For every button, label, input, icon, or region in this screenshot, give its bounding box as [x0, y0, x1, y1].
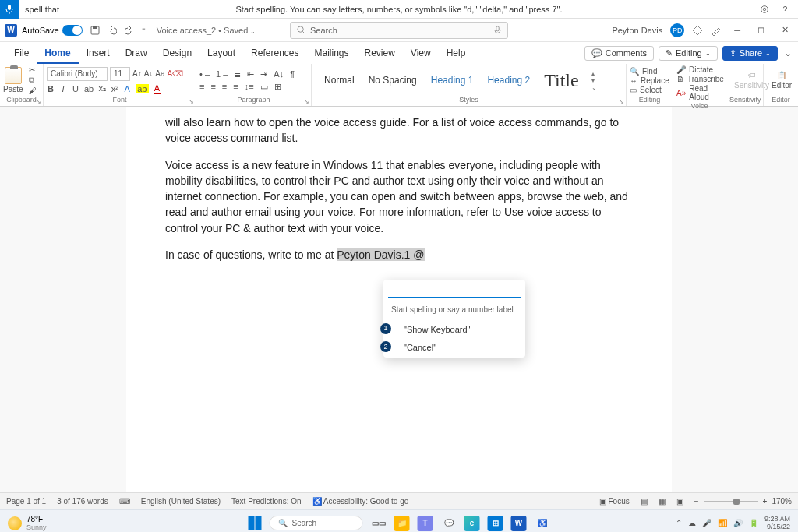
taskbar-weather[interactable]: 78°F Sunny — [8, 515, 47, 531]
status-accessibility[interactable]: ♿ Accessibility: Good to go — [312, 497, 409, 506]
pen-icon[interactable] — [711, 25, 722, 36]
user-name[interactable]: Peyton Davis — [612, 26, 662, 35]
tab-home[interactable]: Home — [37, 42, 78, 64]
replace-button[interactable]: ↔Replace — [630, 76, 669, 85]
tray-chevron-icon[interactable]: ⌃ — [676, 519, 682, 527]
tab-insert[interactable]: Insert — [79, 42, 118, 64]
style-heading1[interactable]: Heading 1 — [431, 75, 474, 86]
zoom-out-icon[interactable]: − — [694, 497, 699, 506]
tray-wifi-icon[interactable]: 📶 — [718, 519, 727, 527]
view-print-icon[interactable]: ▤ — [641, 497, 648, 506]
paragraph-dialog-icon[interactable]: ↘ — [304, 98, 309, 105]
explorer-icon[interactable]: 📁 — [394, 516, 410, 531]
tray-volume-icon[interactable]: 🔊 — [733, 519, 743, 527]
tab-design[interactable]: Design — [155, 42, 200, 64]
font-color-icon[interactable]: A — [154, 83, 161, 94]
view-web-icon[interactable]: ▣ — [676, 497, 683, 506]
tray-onedrive-icon[interactable]: ☁ — [688, 519, 696, 527]
mic-icon[interactable] — [0, 0, 19, 19]
zoom-control[interactable]: − + 170% — [694, 497, 792, 506]
copy-icon[interactable]: ⧉ — [29, 76, 37, 85]
focus-button[interactable]: ▣ Focus — [599, 497, 630, 506]
zoom-slider[interactable] — [704, 501, 758, 502]
task-view-icon[interactable]: ▭▭ — [371, 516, 387, 531]
accessibility-taskbar-icon[interactable]: ♿ — [535, 516, 550, 531]
dictate-button[interactable]: 🎤Dictate — [676, 65, 724, 74]
view-read-icon[interactable]: ▦ — [659, 497, 666, 506]
settings-gear-icon[interactable] — [759, 4, 770, 15]
styles-scroll[interactable]: ▴▾⌄ — [591, 70, 597, 91]
tray-battery-icon[interactable]: 🔋 — [749, 519, 758, 527]
redo-icon[interactable] — [125, 26, 134, 35]
increase-indent-icon[interactable]: ⇥ — [260, 69, 267, 79]
format-painter-icon[interactable]: 🖌 — [29, 86, 37, 95]
subscript-button[interactable]: x₂ — [98, 83, 106, 93]
style-no-spacing[interactable]: No Spacing — [369, 75, 417, 86]
paste-button[interactable]: Paste — [3, 67, 23, 93]
editor-button[interactable]: 📋 Editor — [767, 71, 796, 90]
document-page[interactable]: will also learn how to open the voice ac… — [126, 107, 672, 492]
tab-review[interactable]: Review — [357, 42, 403, 64]
font-dialog-icon[interactable]: ↘ — [189, 98, 194, 105]
find-button[interactable]: 🔍Find — [630, 67, 669, 76]
tab-view[interactable]: View — [403, 42, 439, 64]
tab-draw[interactable]: Draw — [118, 42, 155, 64]
cut-icon[interactable]: ✂ — [29, 65, 37, 74]
tray-mic-icon[interactable]: 🎤 — [702, 519, 711, 527]
help-icon[interactable]: ? — [779, 4, 790, 15]
start-button[interactable] — [249, 516, 262, 530]
word-taskbar-icon[interactable]: W — [511, 516, 527, 531]
document-name[interactable]: Voice access_2 • Saved ⌄ — [157, 26, 256, 35]
taskbar-search[interactable]: 🔍 Search — [270, 516, 363, 530]
bullets-icon[interactable]: • – — [200, 69, 210, 79]
font-name-combo[interactable]: Calibri (Body) — [47, 67, 108, 81]
superscript-button[interactable]: x² — [111, 84, 118, 93]
font-size-combo[interactable]: 11 — [110, 67, 130, 81]
numbering-icon[interactable]: 1 – — [216, 69, 228, 79]
status-words[interactable]: 3 of 176 words — [57, 497, 108, 506]
collapse-ribbon-icon[interactable]: ⌄ — [784, 48, 792, 58]
justify-icon[interactable]: ≡ — [233, 82, 238, 92]
underline-button[interactable]: U — [72, 84, 79, 93]
chat-icon[interactable]: 💬 — [441, 516, 457, 531]
tab-help[interactable]: Help — [439, 42, 474, 64]
show-marks-icon[interactable]: ¶ — [290, 69, 295, 79]
text-effects-icon[interactable]: A — [123, 84, 131, 93]
status-language[interactable]: English (United States) — [141, 497, 221, 506]
zoom-value[interactable]: 170% — [772, 497, 792, 506]
tab-references[interactable]: References — [243, 42, 306, 64]
status-page[interactable]: Page 1 of 1 — [6, 497, 46, 506]
align-right-icon[interactable]: ≡ — [222, 82, 227, 92]
voice-spell-input[interactable] — [388, 284, 521, 298]
comments-button[interactable]: 💬Comments — [584, 46, 654, 61]
highlight-icon[interactable]: ab — [136, 84, 148, 93]
grow-font-icon[interactable]: A↑ — [132, 69, 142, 78]
edge-icon[interactable]: e — [464, 516, 480, 531]
shading-icon[interactable]: ▭ — [260, 82, 268, 92]
clear-format-icon[interactable]: A⌫ — [168, 69, 184, 78]
teams-icon[interactable]: T — [418, 516, 433, 531]
close-button[interactable]: ✕ — [777, 25, 793, 35]
italic-button[interactable]: I — [59, 84, 67, 93]
voice-option-cancel[interactable]: 2 "Cancel" — [383, 339, 525, 358]
style-normal[interactable]: Normal — [324, 75, 355, 86]
zoom-in-icon[interactable]: + — [763, 497, 768, 506]
read-aloud-button[interactable]: A»Read Aloud — [676, 84, 724, 101]
editing-mode-button[interactable]: ✎Editing ⌄ — [659, 46, 718, 61]
borders-icon[interactable]: ⊞ — [274, 82, 281, 92]
user-avatar[interactable]: PD — [670, 23, 684, 37]
multilevel-list-icon[interactable]: ≣ — [234, 69, 241, 79]
decrease-indent-icon[interactable]: ⇤ — [247, 69, 254, 79]
select-button[interactable]: ▭Select — [630, 86, 669, 94]
style-title[interactable]: Title — [544, 70, 578, 91]
align-left-icon[interactable]: ≡ — [200, 82, 204, 92]
share-button[interactable]: ⇪Share ⌄ — [722, 46, 778, 61]
spellcheck-icon[interactable]: ⌨ — [119, 497, 130, 506]
style-heading2[interactable]: Heading 2 — [487, 75, 530, 86]
tab-file[interactable]: File — [6, 42, 37, 64]
maximize-button[interactable]: ◻ — [753, 25, 769, 35]
clipboard-dialog-icon[interactable]: ↘ — [36, 98, 41, 105]
change-case-icon[interactable]: Aa — [155, 69, 164, 78]
tab-layout[interactable]: Layout — [200, 42, 243, 64]
save-icon[interactable] — [90, 26, 100, 35]
